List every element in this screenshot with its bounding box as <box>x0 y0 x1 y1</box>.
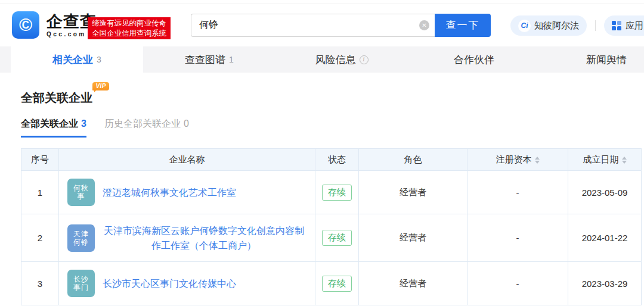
company-cell: 天津 何铮 天津市滨海新区云账户何铮数字文化创意内容制作工作室（个体工商户） <box>59 214 315 262</box>
qcc-logo-icon[interactable]: © <box>12 11 39 39</box>
status-cell: 存续 <box>315 171 359 214</box>
apps-grid-icon <box>612 21 621 30</box>
company-avatar[interactable]: 何秋 事 <box>67 179 95 206</box>
header-actions: Ci 知彼阿尔法 应用 <box>510 15 644 36</box>
slogan-badge: 缔造有远见的商业传奇 全国企业信用查询系统 <box>88 17 171 39</box>
col-header-status: 状态 <box>315 149 359 171</box>
date-cell: 2023-03-29 <box>568 262 642 305</box>
status-badge[interactable]: 存续 <box>322 276 352 292</box>
tab-related-companies[interactable]: 相关企业 3 <box>11 46 143 73</box>
related-companies-table: 序号 企业名称 状态 角色 注册资本 成立日期 1 何秋 <box>21 148 642 305</box>
company-avatar[interactable]: 长沙 事门 <box>67 270 95 297</box>
tab-label: 查查图谱 <box>185 53 225 67</box>
slogan-line1: 缔造有远见的商业传奇 <box>92 18 166 29</box>
tab-label: 新闻舆情 <box>586 53 627 67</box>
status-badge[interactable]: 存续 <box>322 230 352 246</box>
company-cell: 何秋 事 澄迈老城何秋事文化艺术工作室 <box>59 171 315 214</box>
search-box: ✕ <box>191 14 435 37</box>
table-row: 1 何秋 事 澄迈老城何秋事文化艺术工作室 存续 经营者 - 2023-05-0… <box>21 171 642 214</box>
table-row: 2 天津 何铮 天津市滨海新区云账户何铮数字文化创意内容制作工作室（个体工商户）… <box>21 214 642 262</box>
header-divider <box>595 20 596 31</box>
tab-chart-graph[interactable]: 查查图谱 1 <box>143 46 275 73</box>
tab-count: 3 <box>97 55 101 64</box>
company-name-link[interactable]: 澄迈老城何秋事文化艺术工作室 <box>103 185 236 200</box>
qcc-logo-glyph: © <box>19 16 32 34</box>
section-head: 全部关联企业 VIP <box>21 90 92 105</box>
main-content: 全部关联企业 VIP 全部关联企业3 历史全部关联企业0 序号 企业名称 状态 … <box>0 73 644 305</box>
subtab-history-related[interactable]: 历史全部关联企业0 <box>104 118 189 138</box>
zhibi-alpha-button[interactable]: Ci 知彼阿尔法 <box>510 15 587 36</box>
company-name-link[interactable]: 天津市滨海新区云账户何铮数字文化创意内容制作工作室（个体工商户） <box>103 223 305 253</box>
info-icon[interactable]: i <box>360 55 369 64</box>
date-cell: 2024-01-22 <box>568 214 642 262</box>
tab-partners[interactable]: 合作伙伴 <box>408 46 540 73</box>
tab-news[interactable]: 新闻舆情 <box>540 46 644 73</box>
subtab-all-related[interactable]: 全部关联企业3 <box>21 118 86 138</box>
tab-label: 风险信息 <box>315 53 356 67</box>
col-header-company-name: 企业名称 <box>59 149 315 171</box>
subtab-label: 历史全部关联企业 <box>104 118 181 129</box>
tab-count: 1 <box>229 55 234 64</box>
company-avatar[interactable]: 天津 何铮 <box>67 224 95 252</box>
col-header-capital[interactable]: 注册资本 <box>467 149 568 171</box>
apps-label: 应用 <box>626 20 643 32</box>
search-input[interactable] <box>191 20 419 31</box>
capital-cell: - <box>467 214 568 262</box>
window-top-strip <box>0 0 644 4</box>
role-cell: 经营者 <box>359 262 467 305</box>
slogan-line2: 全国企业信用查询系统 <box>92 29 166 39</box>
search-button[interactable]: 查一下 <box>435 14 491 37</box>
capital-cell: - <box>467 262 568 305</box>
vip-badge: VIP <box>92 82 109 90</box>
table-header-row: 序号 企业名称 状态 角色 注册资本 成立日期 <box>21 149 642 171</box>
col-header-index: 序号 <box>21 149 59 171</box>
status-cell: 存续 <box>315 214 359 262</box>
date-cell: 2023-05-09 <box>568 171 642 214</box>
apps-button[interactable]: 应用 <box>604 15 644 36</box>
clear-search-icon[interactable]: ✕ <box>419 20 429 30</box>
tab-label: 相关企业 <box>52 53 93 67</box>
status-cell: 存续 <box>315 262 359 305</box>
col-header-role: 角色 <box>359 149 467 171</box>
table-row: 3 长沙 事门 长沙市天心区事门文化传媒中心 存续 经营者 - 2023-03-… <box>21 262 642 305</box>
col-header-date[interactable]: 成立日期 <box>568 149 642 171</box>
company-name-link[interactable]: 长沙市天心区事门文化传媒中心 <box>103 276 236 291</box>
status-badge[interactable]: 存续 <box>322 185 352 201</box>
company-cell: 长沙 事门 长沙市天心区事门文化传媒中心 <box>59 262 315 305</box>
capital-cell: - <box>467 171 568 214</box>
subtab-count: 3 <box>81 118 86 129</box>
sort-icon[interactable] <box>535 157 540 164</box>
main-tab-bar: 相关企业 3 查查图谱 1 风险信息 i 合作伙伴 新闻舆情 <box>0 46 644 73</box>
tab-label: 合作伙伴 <box>454 53 494 67</box>
sort-icon[interactable] <box>622 157 627 164</box>
tab-risk-info[interactable]: 风险信息 i <box>275 46 408 73</box>
row-index: 2 <box>21 214 59 262</box>
role-cell: 经营者 <box>359 171 467 214</box>
ci-icon: Ci <box>518 20 531 32</box>
row-index: 3 <box>21 262 59 305</box>
section-title: 全部关联企业 <box>21 91 92 104</box>
site-header: © 企查查 Qcc.com 缔造有远见的商业传奇 全国企业信用查询系统 ✕ 查一… <box>0 4 644 46</box>
zhibi-alpha-label: 知彼阿尔法 <box>534 20 579 32</box>
subtab-label: 全部关联企业 <box>21 118 78 129</box>
role-cell: 经营者 <box>359 214 467 262</box>
subtab-count: 0 <box>184 118 189 129</box>
row-index: 1 <box>21 171 59 214</box>
sub-tab-bar: 全部关联企业3 历史全部关联企业0 <box>21 118 644 138</box>
